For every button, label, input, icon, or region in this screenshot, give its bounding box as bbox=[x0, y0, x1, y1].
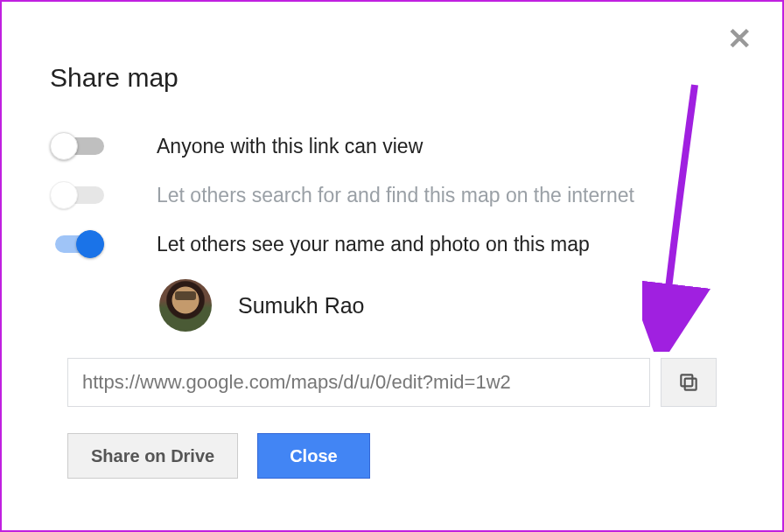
copy-button[interactable] bbox=[661, 358, 717, 407]
close-icon[interactable]: ✕ bbox=[727, 24, 752, 53]
share-on-drive-button[interactable]: Share on Drive bbox=[67, 433, 238, 479]
user-name: Sumukh Rao bbox=[238, 293, 365, 318]
dialog-title: Share map bbox=[50, 63, 734, 93]
close-button[interactable]: Close bbox=[257, 433, 369, 479]
copy-icon bbox=[677, 371, 700, 394]
svg-rect-1 bbox=[681, 374, 692, 386]
toggle-label-searchable: Let others search for and find this map … bbox=[157, 184, 634, 207]
share-link-row bbox=[67, 358, 717, 407]
svg-rect-0 bbox=[685, 379, 696, 390]
toggle-label-show-name: Let others see your name and photo on th… bbox=[157, 233, 590, 256]
share-map-dialog: ✕ Share map Anyone with this link can vi… bbox=[2, 2, 782, 505]
toggle-label-anyone-view: Anyone with this link can view bbox=[157, 135, 423, 158]
toggle-row-show-name: Let others see your name and photo on th… bbox=[50, 230, 734, 258]
toggle-row-anyone-view: Anyone with this link can view bbox=[50, 132, 734, 160]
toggle-anyone-view[interactable] bbox=[50, 132, 104, 160]
share-link-input[interactable] bbox=[67, 358, 650, 407]
toggle-searchable[interactable] bbox=[50, 181, 104, 209]
avatar bbox=[159, 279, 212, 332]
toggle-show-name[interactable] bbox=[50, 230, 104, 258]
user-identity: Sumukh Rao bbox=[159, 279, 734, 332]
toggle-row-searchable: Let others search for and find this map … bbox=[50, 181, 734, 209]
dialog-actions: Share on Drive Close bbox=[67, 433, 734, 479]
